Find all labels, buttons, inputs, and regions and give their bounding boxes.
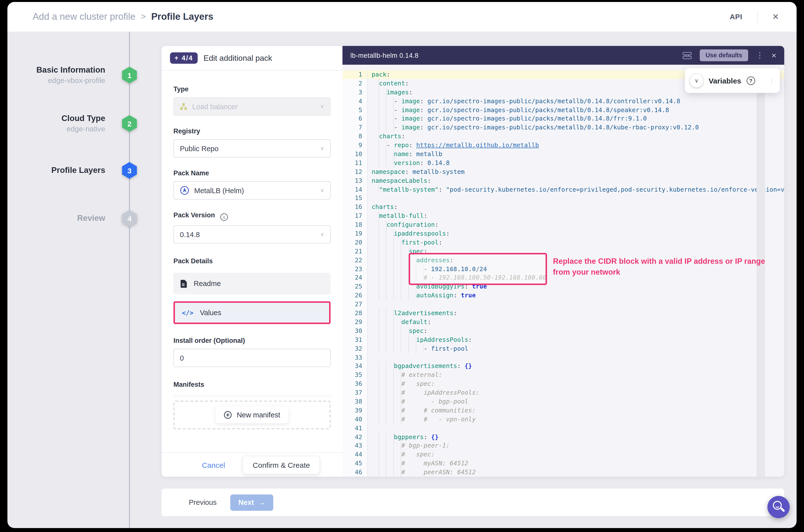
pack-version-select[interactable]: 0.14.8 ∨: [173, 225, 331, 244]
code-line: 46# peerASN: 64512: [342, 468, 784, 477]
code-line: 38# - bgp-pool: [342, 397, 784, 406]
cancel-button[interactable]: Cancel: [202, 461, 225, 469]
previous-button[interactable]: Previous: [189, 498, 217, 506]
code-line: 12namespace: metallb-system: [342, 168, 784, 176]
code-line: 17metallb-full:: [342, 212, 784, 221]
pack-form-body: Type Load balancer ∨ Registry Public Rep…: [162, 86, 342, 429]
topbar-divider: [757, 11, 758, 23]
type-value: Load balancer: [192, 102, 238, 110]
pack-name-value: MetalLB (Helm): [194, 187, 244, 194]
code-line: 35# external:: [342, 371, 784, 380]
wizard-footer-bar: Previous Next →: [162, 489, 784, 516]
code-line: 18configuration:: [342, 220, 784, 229]
install-order-value: 0: [180, 354, 184, 362]
manifests-divider: [173, 396, 331, 396]
pack-form-header: + 4/4 Edit additional pack: [162, 46, 342, 71]
install-order-label: Install order (Optional): [173, 337, 331, 344]
wizard-step-badge[interactable]: 4: [122, 210, 137, 227]
code-line: 41: [342, 423, 784, 433]
info-icon[interactable]: i: [220, 213, 228, 221]
code-line: 26autoAssign: true: [342, 291, 784, 300]
pack-version-value: 0.14.8: [180, 230, 200, 238]
install-order-input[interactable]: 0: [173, 349, 331, 367]
arrow-right-icon: →: [259, 498, 266, 506]
pack-version-label: Pack Version i: [173, 211, 331, 221]
code-line: 13namespaceLabels:: [342, 176, 784, 185]
code-line: 45# myASN: 64512: [342, 459, 784, 468]
pack-name-select[interactable]: MetalLB (Helm) ∨: [173, 181, 331, 200]
code-line: 27: [342, 300, 784, 309]
type-label: Type: [173, 86, 331, 93]
readme-tab[interactable]: Readme: [173, 273, 331, 294]
wizard-step-badge[interactable]: 3: [122, 162, 137, 179]
variables-collapse-button[interactable]: ∨: [690, 74, 703, 87]
wizard-step-badge[interactable]: 2: [122, 115, 137, 132]
code-line: 36# spec:: [342, 379, 784, 388]
wizard-step-text: Review: [77, 213, 105, 223]
vertical-scrollbar-track[interactable]: [756, 83, 765, 477]
help-icon[interactable]: ?: [747, 76, 755, 85]
wizard-step-badge[interactable]: 1: [122, 67, 137, 83]
use-defaults-button[interactable]: Use defaults: [699, 50, 748, 61]
manifests-label: Manifests: [173, 381, 331, 388]
chevron-down-icon: ∨: [320, 103, 324, 110]
code-line: 8charts:: [342, 132, 784, 141]
registry-label: Registry: [173, 128, 331, 135]
code-line: 29default:: [342, 318, 784, 326]
pack-form-card: + 4/4 Edit additional pack Type Load bal…: [162, 46, 342, 477]
chevron-down-icon: ∨: [694, 77, 698, 84]
chevron-down-icon: ∨: [320, 187, 324, 194]
values-tab[interactable]: </> Values: [173, 301, 331, 324]
code-line: 14"metallb-system": "pod-security.kubern…: [342, 185, 784, 194]
code-line: 10name: metallb: [342, 150, 784, 158]
manifest-dropzone: New manifest: [173, 401, 331, 429]
values-label: Values: [200, 309, 221, 317]
editor-close-icon[interactable]: ×: [771, 51, 776, 59]
next-button[interactable]: Next →: [230, 494, 274, 511]
search-fab[interactable]: [767, 496, 790, 518]
compare-diff-icon[interactable]: [682, 52, 692, 59]
api-link[interactable]: API: [730, 13, 743, 21]
variables-more-icon[interactable]: ⋮: [768, 77, 775, 84]
code-line: 9- repo: https://metallb.github.io/metal…: [342, 141, 784, 150]
load-balancer-icon: [180, 103, 187, 110]
pack-count-badge: + 4/4: [170, 52, 198, 64]
code-line: 7- image: gcr.io/spectro-images-public/p…: [342, 123, 784, 132]
code-line: 34bgpadvertisements: {}: [342, 362, 784, 371]
code-line: 31ipAddressPools:: [342, 335, 784, 344]
pack-name-label: Pack Name: [173, 169, 331, 177]
readme-label: Readme: [194, 280, 221, 287]
code-values-icon: </>: [182, 309, 193, 317]
breadcrumb-parent[interactable]: Add a new cluster profile: [33, 11, 135, 22]
more-vertical-icon[interactable]: ⋮: [756, 51, 764, 60]
code-line: 5- image: gcr.io/spectro-images-public/p…: [342, 106, 784, 114]
confirm-create-button[interactable]: Confirm & Create: [243, 456, 320, 474]
code-line: 43# bgp-peer-1:: [342, 441, 784, 450]
code-line: 33: [342, 353, 784, 362]
type-select[interactable]: Load balancer ∨: [173, 97, 331, 116]
pack-form-title: Edit additional pack: [204, 54, 272, 62]
pack-details-label: Pack Details: [173, 258, 331, 265]
plus-circle-icon: [224, 411, 232, 419]
registry-select[interactable]: Public Repo ∨: [173, 139, 331, 157]
code-line: 15: [342, 194, 784, 203]
code-line: 16charts:: [342, 203, 784, 212]
new-manifest-button[interactable]: New manifest: [216, 406, 288, 423]
chevron-down-icon: ∨: [320, 145, 324, 152]
code-line: 32- first-pool: [342, 344, 784, 353]
pack-form-footer: Cancel Confirm & Create: [162, 453, 342, 477]
wizard-step-text: Profile Layers: [51, 165, 105, 175]
editor-title: lb-metallb-helm 0.14.8: [350, 52, 418, 59]
cidr-annotation-text: Replace the CIDR block with a valid IP a…: [553, 256, 765, 277]
close-icon[interactable]: ×: [772, 11, 779, 22]
chevron-down-icon: ∨: [320, 231, 324, 238]
new-manifest-label: New manifest: [237, 411, 280, 419]
registry-value: Public Repo: [180, 145, 219, 152]
breadcrumb-separator-icon: >: [141, 12, 146, 22]
top-header: Add a new cluster profile > Profile Laye…: [7, 2, 797, 32]
variables-panel: ∨ Variables ? ⋮: [685, 68, 780, 93]
wizard-step-text: Basic Informationedge-vbox-profile: [36, 65, 105, 86]
code-line: 30spec:: [342, 326, 784, 336]
app-window-stage: Add a new cluster profile > Profile Laye…: [0, 0, 804, 532]
app-window: Add a new cluster profile > Profile Laye…: [7, 2, 797, 528]
